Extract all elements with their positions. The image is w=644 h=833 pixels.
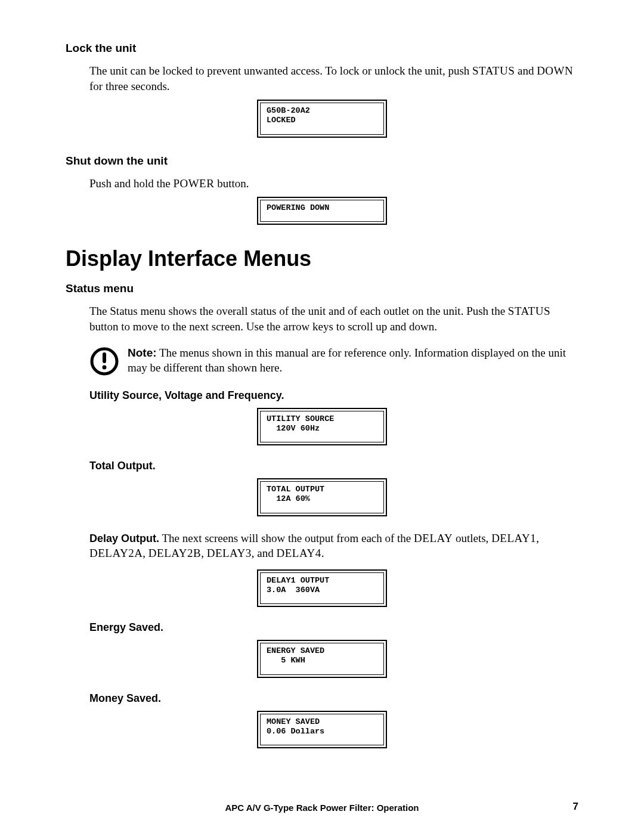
lcd-display-energy-saved: ENERGY SAVED 5 KWH: [257, 640, 387, 677]
ref-delay: DELAY: [414, 532, 453, 544]
button-ref-power: POWER: [173, 177, 214, 190]
lcd-text: DELAY1 OUTPUT 3.0A 360VA: [260, 572, 384, 604]
lcd-text: TOTAL OUTPUT 12A 60%: [260, 481, 384, 513]
footer-title: APC A/V G-Type Rack Power Filter: Operat…: [0, 803, 644, 813]
subsection-money-saved: Money Saved.: [89, 692, 578, 705]
text: button to move to the next screen. Use t…: [89, 320, 437, 333]
ref-delay4: DELAY4: [277, 547, 321, 559]
note-body: The menus shown in this manual are for r…: [128, 346, 566, 374]
lcd-display-locked: G50B-20A2 LOCKED: [257, 100, 387, 137]
heading-display-interface-menus: Display Interface Menus: [66, 246, 578, 271]
ref-delay1: DELAY1: [491, 532, 536, 544]
note-text: Note: The menus shown in this manual are…: [128, 345, 578, 376]
heading-lock-unit: Lock the unit: [66, 42, 578, 55]
lcd-text: UTILITY SOURCE 120V 60Hz: [260, 411, 384, 442]
subsection-total-output: Total Output.: [89, 460, 578, 472]
lcd-text: G50B-20A2 LOCKED: [260, 103, 384, 134]
subsection-energy-saved: Energy Saved.: [89, 621, 578, 634]
ref-delay2b: DELAY2B: [148, 547, 201, 559]
svg-rect-1: [103, 352, 106, 363]
subsection-delay-output: Delay Output. The next screens will show…: [89, 531, 578, 561]
text: ,: [143, 547, 148, 559]
text: button.: [214, 177, 249, 190]
heading-status-menu: Status menu: [66, 282, 578, 295]
subhead-delay-output: Delay Output.: [89, 532, 159, 544]
text: outlets,: [453, 532, 491, 544]
page-number: 7: [573, 801, 578, 813]
lcd-display-total-output: TOTAL OUTPUT 12A 60%: [257, 478, 387, 516]
ref-delay2a: DELAY2A: [89, 547, 143, 559]
lcd-display-money-saved: MONEY SAVED 0.06 Dollars: [257, 711, 387, 748]
text: for three seconds.: [89, 80, 170, 92]
lcd-text: ENERGY SAVED 5 KWH: [260, 643, 384, 674]
button-ref-status: STATUS: [508, 305, 550, 317]
caution-icon: [89, 346, 119, 376]
subhead-money-saved: Money Saved.: [89, 692, 161, 704]
button-ref-status: STATUS: [472, 64, 515, 77]
text: ,: [536, 532, 539, 544]
text: The next screens will show the output fr…: [159, 532, 414, 544]
note-block: Note: The menus shown in this manual are…: [89, 345, 578, 376]
lcd-text: MONEY SAVED 0.06 Dollars: [260, 714, 384, 745]
note-label: Note:: [128, 346, 157, 359]
text: , and: [252, 547, 277, 559]
text: .: [321, 547, 324, 559]
text: The Status menu shows the overall status…: [89, 305, 508, 317]
lcd-text: POWERING DOWN: [260, 200, 384, 222]
para-lock-unit: The unit can be locked to prevent unwant…: [89, 63, 578, 94]
ref-delay3: DELAY3: [207, 547, 252, 559]
lcd-display-utility: UTILITY SOURCE 120V 60Hz: [257, 408, 387, 445]
button-ref-down: DOWN: [537, 64, 573, 77]
document-page: Lock the unit The unit can be locked to …: [0, 0, 644, 786]
text: and: [515, 64, 537, 77]
lcd-display-delay-output: DELAY1 OUTPUT 3.0A 360VA: [257, 569, 387, 607]
subhead-energy-saved: Energy Saved.: [89, 621, 163, 633]
text: The unit can be locked to prevent unwant…: [89, 64, 472, 77]
para-status-menu: The Status menu shows the overall status…: [89, 304, 578, 334]
text: ,: [201, 547, 207, 559]
lcd-display-powering-down: POWERING DOWN: [257, 197, 387, 225]
heading-shutdown: Shut down the unit: [66, 154, 578, 168]
subhead-total-output: Total Output.: [89, 460, 156, 472]
subhead-utility: Utility Source, Voltage and Frequency.: [89, 389, 284, 401]
subsection-utility: Utility Source, Voltage and Frequency.: [89, 389, 578, 402]
para-shutdown: Push and hold the POWER button.: [89, 176, 578, 191]
text: Push and hold the: [89, 177, 173, 190]
svg-point-2: [103, 365, 107, 369]
